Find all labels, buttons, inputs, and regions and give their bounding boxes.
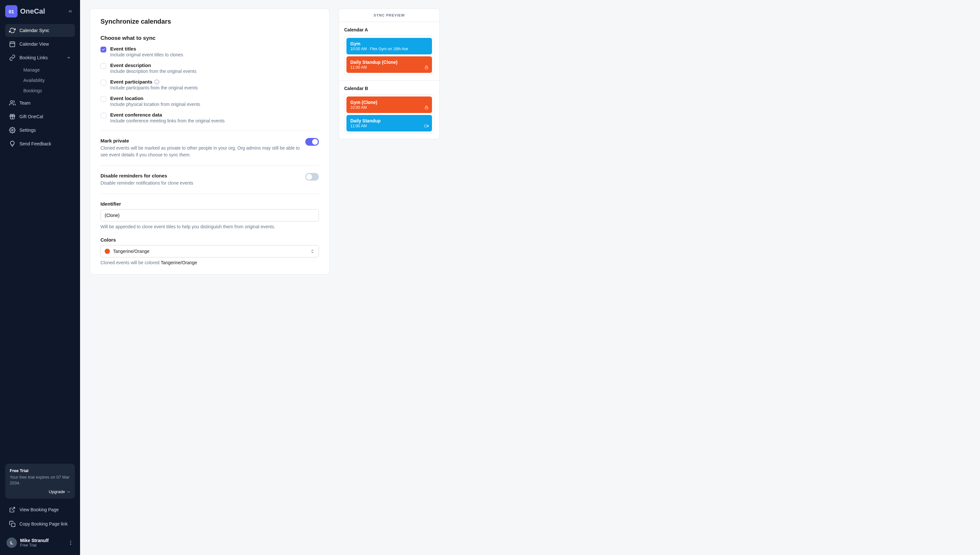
event-title: Daily Standup (Clone) [350, 59, 428, 65]
event-title: Daily Standup [350, 118, 428, 124]
collapse-sidebar-button[interactable] [66, 7, 75, 16]
sidebar-item-feedback[interactable]: Send Feedback [5, 137, 75, 150]
event-list: Gym10:00 AM · Flex Gym on 16th AveDaily … [344, 35, 434, 75]
option-label: Event titles [110, 46, 183, 51]
sidebar-item-label: Bookings [23, 88, 42, 93]
chevron-up-down-icon [310, 249, 315, 253]
chevron-down-icon [66, 55, 71, 60]
copy-icon [9, 521, 16, 527]
trial-box: Free Trial Your free trial expires on 07… [5, 464, 75, 499]
event-time: 11:00 AM [350, 124, 428, 128]
sidebar-item-label: Gift OneCal [19, 114, 43, 119]
sync-option: Event conference dataInclude conference … [100, 112, 319, 124]
user-info: Mike Stranulf Free Trial [20, 538, 48, 547]
view-booking-page-link[interactable]: View Booking Page [5, 503, 75, 516]
sidebar-item-availability[interactable]: Availability [19, 75, 75, 85]
sidebar-item-booking-links[interactable]: Booking Links [5, 51, 75, 64]
calendar-label: Calendar B [344, 86, 434, 91]
info-icon[interactable] [154, 79, 159, 85]
logo-badge: 01 [5, 5, 18, 18]
external-link-icon [9, 507, 16, 513]
disable-reminders-desc: Disable reminder notifications for clone… [100, 180, 300, 186]
link-icon [9, 55, 16, 61]
checkbox-event-titles[interactable] [100, 47, 106, 53]
svg-point-1 [10, 101, 13, 103]
footer-links: View Booking Page Copy Booking Page link [5, 503, 75, 530]
svg-point-7 [70, 544, 71, 545]
sidebar-item-label: Booking Links [19, 55, 48, 60]
option-desc: Include participants from the original e… [110, 85, 198, 90]
booking-links-submenu: Manage Availability Bookings [5, 65, 75, 96]
user-name: Mike Stranulf [20, 538, 48, 543]
svg-point-5 [70, 541, 71, 541]
sidebar-item-settings[interactable]: Settings [5, 124, 75, 136]
colors-selected: Tangerine/Orange [113, 249, 150, 254]
logo-row: 01 OneCal [5, 5, 75, 18]
lock-icon [424, 65, 429, 70]
option-label: Event participants [110, 79, 198, 85]
sidebar-item-label: Calendar Sync [19, 28, 49, 33]
mark-private-desc: Cloned events will be marked as private … [100, 145, 300, 158]
sidebar-item-gift[interactable]: Gift OneCal [5, 110, 75, 123]
event-title: Gym [350, 41, 428, 46]
sidebar-item-bookings[interactable]: Bookings [19, 85, 75, 96]
sync-option: Event locationInclude physical location … [100, 96, 319, 107]
user-menu-button[interactable] [68, 540, 74, 545]
svg-rect-9 [425, 67, 428, 69]
sidebar: 01 OneCal Calendar Sync Calendar View [0, 0, 80, 555]
copy-booking-page-link[interactable]: Copy Booking Page link [5, 517, 75, 530]
sidebar-item-label: Manage [23, 67, 40, 72]
calendar-icon [9, 41, 16, 47]
colors-help-prefix: Cloned events will be colored [100, 260, 161, 265]
sync-icon [9, 27, 16, 34]
mark-private-row: Mark private Cloned events will be marke… [100, 138, 319, 158]
colors-help-value: Tangerine/Orange [161, 260, 197, 265]
upgrade-link[interactable]: Upgrade → [10, 489, 70, 494]
logo-text: OneCal [20, 7, 45, 16]
event-time: 10:00 AM · Flex Gym on 16th Ave [350, 47, 428, 51]
divider [100, 165, 319, 166]
colors-select[interactable]: Tangerine/Orange [100, 245, 319, 257]
event-card: Daily Standup (Clone)11:00 AM [346, 56, 432, 73]
event-time: 11:00 AM [350, 65, 428, 70]
sync-option: Event titlesInclude original event title… [100, 46, 319, 57]
sidebar-item-label: Calendar View [19, 42, 49, 47]
form-card: Synchronize calendars Choose what to syn… [90, 8, 330, 274]
checkbox-event-description[interactable] [100, 63, 106, 69]
preview-card: SYNC PREVIEW Calendar AGym10:00 AM · Fle… [339, 8, 440, 139]
sidebar-item-team[interactable]: Team [5, 96, 75, 109]
more-vertical-icon [68, 540, 74, 545]
sidebar-item-calendar-view[interactable]: Calendar View [5, 38, 75, 51]
event-card: Daily Standup11:00 AM [346, 115, 432, 132]
calendar-label: Calendar A [344, 27, 434, 32]
footer-link-label: Copy Booking Page link [19, 521, 68, 526]
checkbox-event-participants[interactable] [100, 80, 106, 85]
option-desc: Include original event titles to clones [110, 52, 183, 57]
sidebar-item-label: Settings [19, 128, 36, 133]
sidebar-item-calendar-sync[interactable]: Calendar Sync [5, 24, 75, 37]
choose-title: Choose what to sync [100, 35, 319, 42]
identifier-label: Identifier [100, 201, 319, 207]
avatar: L [6, 537, 17, 548]
identifier-input[interactable] [100, 209, 319, 221]
colors-help: Cloned events will be colored Tangerine/… [100, 260, 319, 265]
checkbox-event-location[interactable] [100, 96, 106, 102]
check-icon [101, 48, 105, 51]
mark-private-toggle[interactable] [305, 138, 319, 146]
gear-icon [9, 127, 16, 133]
sync-options: Event titlesInclude original event title… [100, 46, 319, 124]
event-list: Gym (Clone)10:00 AMDaily Standup11:00 AM [344, 94, 434, 134]
disable-reminders-row: Disable reminders for clones Disable rem… [100, 173, 319, 186]
mark-private-label: Mark private [100, 138, 300, 143]
trial-desc: Your free trial expires on 07 Mar 2034. [10, 474, 70, 486]
sync-option: Event descriptionInclude description fro… [100, 63, 319, 74]
checkbox-event-conference-data[interactable] [100, 113, 106, 119]
svg-point-6 [70, 542, 71, 543]
sidebar-item-manage[interactable]: Manage [19, 65, 75, 75]
colors-label: Colors [100, 237, 319, 242]
disable-reminders-toggle[interactable] [305, 173, 319, 181]
sidebar-item-label: Availability [23, 78, 45, 83]
video-icon [424, 124, 429, 128]
user-plan: Free Trial [20, 543, 48, 547]
svg-rect-4 [12, 523, 15, 527]
